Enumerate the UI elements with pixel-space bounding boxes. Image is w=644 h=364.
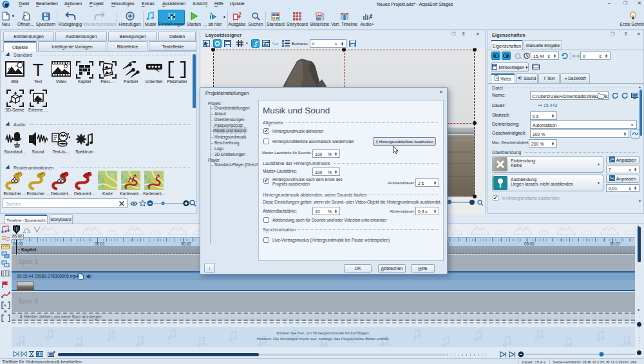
svg-text:T: T [32, 61, 43, 78]
svg-text:A: A [369, 14, 372, 21]
